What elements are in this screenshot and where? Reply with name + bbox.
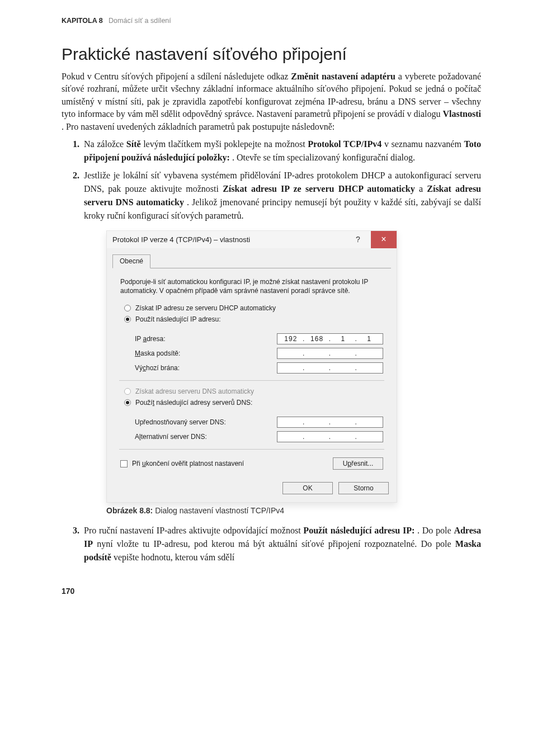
text: Pokud v Centru síťových připojení a sdíl… [62,72,291,81]
ip-octet: 1 [332,335,355,343]
text: a [419,184,427,193]
dialog-footer: OK Storno [107,475,397,502]
ip-octet: 1 [358,335,380,343]
ui-term: Vlastnosti [443,109,481,119]
close-icon: × [381,234,386,244]
button-label: Upřesnit... [343,460,374,467]
figure-label: Obrázek 8.8: [106,506,153,515]
radio-icon [124,388,131,395]
close-button[interactable]: × [371,231,397,248]
steps-list: Na záložce Sítě levým tlačítkem myši pok… [62,138,481,223]
dialog-title: Protokol IP verze 4 (TCP/IPv4) – vlastno… [107,231,345,248]
dns-fields: Upřednostňovaný server DNS: . . . Altern… [120,413,383,445]
radio-icon [124,399,131,406]
ip-fields: IP adresa: 192. 168. 1. 1 Maska podsítě:… [120,330,383,376]
text: v seznamu nazvaném [384,139,464,149]
text: levým tlačítkem myši poklepejte na možno… [143,139,308,149]
radio-label: Získat adresu serveru DNS automaticky [135,388,254,395]
help-button[interactable]: ? [345,231,371,248]
cancel-button[interactable]: Storno [338,482,389,494]
radio-icon [124,316,131,323]
chapter-title: Domácí síť a sdílení [109,17,171,25]
step-3: Pro ruční nastavení IP-adres aktivujte o… [84,524,481,564]
text: . Otevře se tím specializovaný konfigura… [232,153,415,162]
text: . Do pole [417,526,454,535]
divider [119,449,384,450]
text: Na záložce [84,139,126,149]
dns-radio-group: Získat adresu serveru DNS automaticky Po… [120,385,383,413]
ok-button[interactable]: OK [282,482,333,494]
ip-radio-group: Získat IP adresu ze serveru DHCP automat… [120,302,383,330]
ip-address-input[interactable]: 192. 168. 1. 1 [277,333,383,344]
ip-address-label: IP adresa: [135,335,271,343]
checkbox-icon [120,460,128,467]
ip-octet: 168 [306,335,328,343]
ipv4-properties-dialog: Protokol IP verze 4 (TCP/IPv4) – vlastno… [106,230,397,503]
text: vepište hodnotu, kterou vám sdělí [114,552,234,562]
step-1: Na záložce Sítě levým tlačítkem myši pok… [84,138,481,164]
bottom-row: Při ukončení ověřit platnost nastavení U… [120,454,383,470]
radio-ip-auto[interactable]: Získat IP adresu ze serveru DHCP automat… [124,303,383,314]
checkbox-label: Při ukončení ověřit platnost nastavení [132,460,244,467]
dns-preferred-label: Upřednostňovaný server DNS: [135,418,271,426]
figure-text: Dialog nastavení vlastností TCP/IPv4 [153,506,284,515]
step-2: Jestliže je lokální síť vybavena systéme… [84,169,481,223]
ui-term: Sítě [126,139,141,149]
page-number: 170 [62,587,481,596]
radio-label: Získat IP adresu ze serveru DHCP automat… [135,304,276,312]
text: . Pro nastavení uvedených základních par… [62,122,335,131]
text: Pro ruční nastavení IP-adres aktivujte o… [84,526,303,535]
default-gateway-label: Výchozí brána: [135,364,271,372]
radio-dns-auto[interactable]: Získat adresu serveru DNS automaticky [124,386,383,397]
ip-octet: 192 [280,335,302,343]
validate-checkbox[interactable]: Při ukončení ověřit platnost nastavení [120,460,244,467]
subnet-mask-label: Maska podsítě: [135,349,271,357]
dns-alternate-label: Alternativní server DNS: [135,433,271,441]
tab-general[interactable]: Obecné [112,254,150,268]
radio-label: Použít následující adresy serverů DNS: [135,399,252,407]
tab-bar: Obecné [112,254,391,268]
titlebar: Protokol IP verze 4 (TCP/IPv4) – vlastno… [107,230,397,248]
ui-term: Použít následující adresu IP: [303,526,414,535]
dialog-figure: Protokol IP verze 4 (TCP/IPv4) – vlastno… [106,230,397,503]
divider [119,380,384,381]
ui-term: Získat adresu IP ze serveru DHCP automat… [223,184,415,193]
radio-icon [124,305,131,311]
dns-preferred-input[interactable]: . . . [277,417,383,428]
dns-alternate-input[interactable]: . . . [277,431,383,442]
radio-dns-manual[interactable]: Použít následující adresy serverů DNS: [124,397,383,408]
ui-term: Protokol TCP/IPv4 [308,139,381,149]
help-icon: ? [356,235,360,244]
radio-label: Použít následující IP adresu: [135,315,221,323]
ui-term: Změnit nastavení adaptéru [291,72,395,81]
text: nyní vložte tu IP-adresu, pod kterou má … [97,539,455,549]
running-header: KAPITOLA 8 Domácí síť a sdílení [62,17,481,25]
steps-list-continued: Pro ruční nastavení IP-adres aktivujte o… [62,524,481,564]
intro-paragraph: Pokud v Centru síťových připojení a sdíl… [62,70,481,133]
radio-ip-manual[interactable]: Použít následující IP adresu: [124,314,383,325]
dialog-intro: Podporuje-li síť automatickou konfigurac… [120,277,383,295]
section-title: Praktické nastavení síťového připojení [62,45,481,64]
tab-area: Obecné Podporuje-li síť automatickou kon… [107,248,397,475]
figure-caption: Obrázek 8.8: Dialog nastavení vlastností… [106,506,481,515]
tab-content: Podporuje-li síť automatickou konfigurac… [112,268,391,475]
subnet-mask-input[interactable]: . . . [277,348,383,359]
page: KAPITOLA 8 Domácí síť a sdílení Praktick… [0,0,537,618]
chapter-number: KAPITOLA 8 [62,17,103,25]
advanced-button[interactable]: Upřesnit... [333,457,383,470]
default-gateway-input[interactable]: . . . [277,362,383,374]
